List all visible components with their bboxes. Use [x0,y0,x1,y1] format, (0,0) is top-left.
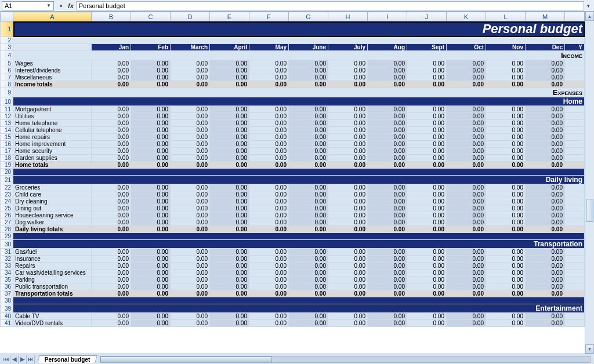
row-header[interactable]: 21 [1,176,13,184]
cell[interactable]: 0.00 [407,270,447,276]
cell[interactable]: 0.00 [210,60,249,67]
cell[interactable]: 0.00 [92,313,131,320]
cell[interactable]: 0.00 [407,148,447,155]
cell[interactable]: 0.00 [289,205,328,212]
cell[interactable] [13,44,92,51]
cell[interactable]: 0.00 [447,205,486,212]
cell[interactable]: 0.00 [289,81,328,88]
cell[interactable]: 0.00 [171,148,210,155]
cell[interactable]: 0.00 [526,198,565,205]
row-label[interactable]: Public transportation [13,283,92,290]
cell[interactable]: 0.00 [328,226,368,233]
scroll-down-icon[interactable]: ▼ [585,344,594,354]
cell[interactable]: 0.00 [407,106,447,113]
cell[interactable]: 0.00 [368,134,407,141]
cell[interactable]: 0.00 [526,219,565,226]
cell[interactable]: 0.00 [486,283,526,290]
cell[interactable]: 0.00 [486,191,526,198]
cell[interactable] [565,249,585,256]
cell[interactable]: 0.00 [131,270,171,276]
cell[interactable]: 0.00 [210,191,249,198]
select-all-corner[interactable] [1,12,13,21]
cell[interactable] [565,198,585,205]
cell[interactable] [565,276,585,283]
cell[interactable]: 0.00 [131,320,171,327]
row-header[interactable]: 41 [1,320,13,327]
cell[interactable]: 0.00 [526,155,565,162]
cell[interactable]: 0.00 [171,141,210,148]
cell[interactable]: 0.00 [486,155,526,162]
cell[interactable]: 0.00 [407,120,447,127]
cell[interactable]: 0.00 [328,74,368,81]
cell[interactable]: 0.00 [328,212,368,219]
cell[interactable]: 0.00 [92,134,131,141]
cell[interactable] [565,106,585,113]
row-header[interactable]: 15 [1,134,13,141]
month-header[interactable]: Nov [486,44,526,51]
cell[interactable]: 0.00 [249,141,289,148]
horizontal-scrollbar[interactable] [100,356,591,363]
col-header[interactable]: C [131,12,171,21]
cell[interactable]: 0.00 [171,198,210,205]
row-header[interactable]: 11 [1,106,13,113]
cell[interactable]: 0.00 [131,276,171,283]
cell[interactable]: 0.00 [526,184,565,191]
cell[interactable]: 0.00 [407,226,447,233]
row-header[interactable]: 20 [1,169,13,176]
cell[interactable]: 0.00 [447,106,486,113]
cell[interactable]: 0.00 [289,320,328,327]
cell[interactable]: 0.00 [407,81,447,88]
cell[interactable]: 0.00 [210,205,249,212]
hscroll-thumb[interactable] [100,356,271,362]
cell[interactable]: 0.00 [171,67,210,74]
cell[interactable] [565,212,585,219]
cell[interactable]: 0.00 [526,134,565,141]
cell[interactable]: 0.00 [328,120,368,127]
cell[interactable]: 0.00 [171,134,210,141]
name-box[interactable]: A1 ▼ [2,1,54,10]
cell[interactable]: 0.00 [447,191,486,198]
cell[interactable]: 0.00 [289,219,328,226]
cell[interactable]: 0.00 [210,67,249,74]
cell[interactable]: 0.00 [249,283,289,290]
cell[interactable]: 0.00 [249,81,289,88]
cell[interactable] [565,219,585,226]
cell[interactable]: 0.00 [486,313,526,320]
cell[interactable]: 0.00 [486,256,526,263]
cell[interactable]: 0.00 [210,141,249,148]
cell[interactable]: 0.00 [210,198,249,205]
cell[interactable]: 0.00 [447,60,486,67]
row-header[interactable]: 34 [1,270,13,276]
row-header[interactable]: 30 [1,240,13,249]
cell[interactable]: 0.00 [368,276,407,283]
cell[interactable]: 0.00 [92,162,131,169]
cell[interactable]: 0.00 [407,290,447,297]
cell[interactable]: 0.00 [289,162,328,169]
cell[interactable]: 0.00 [486,127,526,134]
cell[interactable]: 0.00 [131,290,171,297]
cell[interactable] [13,37,585,44]
cell[interactable]: 0.00 [407,276,447,283]
cell[interactable]: 0.00 [486,67,526,74]
cell[interactable]: 0.00 [249,212,289,219]
cell[interactable]: 0.00 [171,283,210,290]
row-header[interactable]: 14 [1,127,13,134]
cell[interactable]: 0.00 [407,113,447,120]
cell[interactable]: 0.00 [526,320,565,327]
cell[interactable]: 0.00 [526,148,565,155]
cell[interactable] [565,148,585,155]
row-header[interactable]: 35 [1,276,13,283]
cell[interactable]: 0.00 [131,191,171,198]
cell[interactable]: 0.00 [486,219,526,226]
cell[interactable] [565,113,585,120]
row-header[interactable]: 38 [1,297,13,304]
cell[interactable]: 0.00 [368,191,407,198]
cell[interactable]: 0.00 [368,113,407,120]
cell[interactable]: 0.00 [328,191,368,198]
cell[interactable]: 0.00 [249,256,289,263]
tab-first-icon[interactable]: ⏮ [2,355,10,363]
cell[interactable]: 0.00 [407,212,447,219]
cell[interactable]: 0.00 [210,162,249,169]
cell[interactable]: 0.00 [328,263,368,270]
cell[interactable]: 0.00 [447,67,486,74]
